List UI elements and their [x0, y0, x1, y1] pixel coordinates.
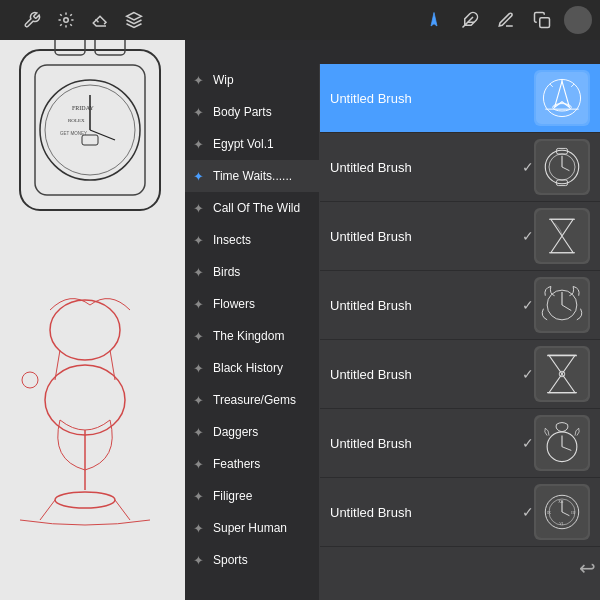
svg-rect-14 — [82, 135, 98, 145]
category-item-super-human[interactable]: ✦ Super Human — [185, 512, 319, 544]
svg-point-19 — [22, 372, 38, 388]
brush-thumbnail — [534, 70, 590, 126]
brush-item-name: Untitled Brush — [330, 367, 518, 382]
category-label: Treasure/Gems — [213, 393, 296, 407]
avatar[interactable] — [564, 6, 592, 34]
brush-item-name: Untitled Brush — [330, 91, 534, 106]
brush-thumbnail — [534, 139, 590, 195]
undo-button[interactable]: ↩ — [579, 556, 596, 580]
brush-thumbnail — [534, 346, 590, 402]
brush-item-name: Untitled Brush — [330, 229, 518, 244]
category-icon: ✦ — [193, 265, 207, 280]
svg-point-15 — [50, 300, 120, 360]
category-item-feathers[interactable]: ✦ Feathers — [185, 448, 319, 480]
brush-panel-body: ✦ Wip ✦ Body Parts ✦ Egypt Vol.1 ✦ Time … — [185, 64, 600, 600]
brush-pen-icon[interactable] — [456, 6, 484, 34]
brush-thumbnail — [534, 277, 590, 333]
category-label: Wip — [213, 73, 234, 87]
category-icon: ✦ — [193, 425, 207, 440]
category-item-time-waits[interactable]: ✦ Time Waits...... — [185, 160, 319, 192]
category-icon: ✦ — [193, 489, 207, 504]
svg-rect-7 — [55, 40, 85, 55]
category-item-filigree[interactable]: ✦ Filigree — [185, 480, 319, 512]
brush-item[interactable]: Untitled Brush ✓ — [320, 271, 600, 340]
wrench-icon[interactable] — [18, 6, 46, 34]
category-icon: ✦ — [193, 329, 207, 344]
brush-item[interactable]: Untitled Brush ✓ — [320, 340, 600, 409]
category-icon: ✦ — [193, 457, 207, 472]
brush-check-icon: ✓ — [522, 228, 534, 244]
category-item-insects[interactable]: ✦ Insects — [185, 224, 319, 256]
brush-item[interactable]: Untitled Brush ✓ XII III VI IX — [320, 478, 600, 547]
category-label: Time Waits...... — [213, 169, 292, 183]
canvas-sketch: FRIDAY ROLEX GET MONEY — [0, 40, 185, 600]
category-icon: ✦ — [193, 233, 207, 248]
brush-item[interactable]: Untitled Brush — [320, 64, 600, 133]
brush-item[interactable]: Untitled Brush ✓ — [320, 409, 600, 478]
category-icon: ✦ — [193, 361, 207, 376]
category-label: The Kingdom — [213, 329, 284, 343]
pen-icon[interactable] — [420, 6, 448, 34]
svg-point-21 — [55, 492, 115, 508]
category-item-black-history[interactable]: ✦ Black History — [185, 352, 319, 384]
category-item-egypt-vol1[interactable]: ✦ Egypt Vol.1 — [185, 128, 319, 160]
category-label: Insects — [213, 233, 251, 247]
category-icon: ✦ — [193, 201, 207, 216]
layers-icon[interactable] — [120, 6, 148, 34]
svg-text:ROLEX: ROLEX — [68, 118, 85, 123]
brush-item-name: Untitled Brush — [330, 436, 518, 451]
brush-item[interactable]: Untitled Brush ✓ — [320, 133, 600, 202]
category-item-wip[interactable]: ✦ Wip — [185, 64, 319, 96]
category-label: Flowers — [213, 297, 255, 311]
svg-rect-2 — [540, 18, 550, 28]
brush-check-icon: ✓ — [522, 159, 534, 175]
brush-check-icon: ✓ — [522, 504, 534, 520]
category-icon: ✦ — [193, 393, 207, 408]
svg-line-22 — [40, 500, 55, 520]
category-item-birds[interactable]: ✦ Birds — [185, 256, 319, 288]
category-item-call-of-wild[interactable]: ✦ Call Of The Wild — [185, 192, 319, 224]
category-icon: ✦ — [193, 137, 207, 152]
brush-thumbnail — [534, 415, 590, 471]
category-item-treasure-gems[interactable]: ✦ Treasure/Gems — [185, 384, 319, 416]
category-icon: ✦ — [193, 297, 207, 312]
category-label: Feathers — [213, 457, 260, 471]
category-label: Black History — [213, 361, 283, 375]
category-list: ✦ Wip ✦ Body Parts ✦ Egypt Vol.1 ✦ Time … — [185, 64, 320, 600]
brush-thumbnail: XII III VI IX — [534, 484, 590, 540]
svg-text:XII: XII — [558, 500, 564, 504]
brush-list: Untitled Brush Untitled Brush ✓ — [320, 64, 600, 600]
brush-panel: ✦ Wip ✦ Body Parts ✦ Egypt Vol.1 ✦ Time … — [185, 40, 600, 600]
category-label: Super Human — [213, 521, 287, 535]
brush-item-name: Untitled Brush — [330, 505, 518, 520]
brush-panel-header — [185, 40, 600, 64]
erase-icon[interactable] — [86, 6, 114, 34]
smudge-icon[interactable] — [492, 6, 520, 34]
category-item-daggers[interactable]: ✦ Daggers — [185, 416, 319, 448]
toolbar — [0, 0, 600, 40]
svg-rect-8 — [95, 40, 125, 55]
svg-text:IX: IX — [547, 511, 551, 515]
modify-icon[interactable] — [52, 6, 80, 34]
category-item-sports[interactable]: ✦ Sports — [185, 544, 319, 576]
category-label: Filigree — [213, 489, 252, 503]
brush-item[interactable]: Untitled Brush ✓ — [320, 202, 600, 271]
category-item-the-kingdom[interactable]: ✦ The Kingdom — [185, 320, 319, 352]
category-item-body-parts[interactable]: ✦ Body Parts — [185, 96, 319, 128]
category-icon: ✦ — [193, 105, 207, 120]
category-label: Body Parts — [213, 105, 272, 119]
svg-text:FRIDAY: FRIDAY — [72, 105, 94, 111]
category-icon: ✦ — [193, 73, 207, 88]
brush-item-name: Untitled Brush — [330, 298, 518, 313]
category-label: Sports — [213, 553, 248, 567]
brush-check-icon: ✓ — [522, 297, 534, 313]
svg-line-23 — [115, 500, 130, 520]
category-item-flowers[interactable]: ✦ Flowers — [185, 288, 319, 320]
category-label: Call Of The Wild — [213, 201, 300, 215]
svg-point-0 — [64, 18, 69, 23]
category-icon: ✦ — [193, 553, 207, 568]
svg-point-16 — [45, 365, 125, 435]
category-icon: ✦ — [193, 521, 207, 536]
brush-check-icon: ✓ — [522, 366, 534, 382]
copy-icon[interactable] — [528, 6, 556, 34]
